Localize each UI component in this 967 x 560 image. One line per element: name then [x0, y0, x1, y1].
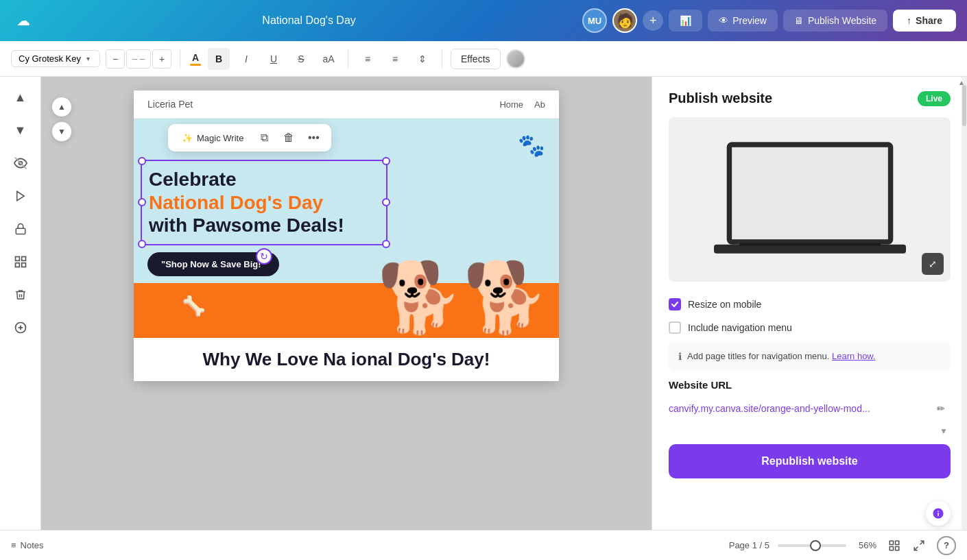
strikethrough-button[interactable]: S — [290, 48, 312, 70]
publish-website-label: Publish Website — [808, 15, 876, 26]
nav-menu-checkbox[interactable] — [669, 321, 681, 334]
font-size-decrease-button[interactable]: − — [106, 49, 125, 69]
page-indicator: Page 1 / 5 — [729, 540, 769, 550]
preview-button[interactable]: 👁 Preview — [708, 10, 778, 32]
handle-tr[interactable] — [382, 157, 390, 165]
bottom-right-action-button[interactable] — [926, 501, 951, 526]
canvas-scroll-down[interactable]: ▼ — [52, 122, 71, 141]
svg-line-18 — [920, 541, 924, 544]
visibility-icon[interactable] — [5, 148, 36, 178]
svg-line-19 — [914, 546, 918, 550]
website-url-label: Website URL — [669, 379, 951, 391]
nav-menu-row: Include navigation menu — [652, 316, 967, 339]
edit-url-button[interactable]: ✏ — [931, 399, 951, 418]
zoom-thumb[interactable] — [810, 540, 821, 551]
line-spacing-button[interactable]: ⇕ — [411, 48, 433, 70]
left-sidebar: ▲ ▼ — [0, 77, 41, 560]
underline-button[interactable]: U — [263, 48, 285, 70]
separator — [180, 49, 180, 69]
svg-rect-14 — [890, 541, 893, 544]
svg-rect-12 — [714, 244, 906, 253]
separator-2 — [348, 49, 348, 69]
text-selection-box[interactable]: Celebrate National Dog's Day with Pawsom… — [141, 160, 387, 245]
effects-label: Effects — [461, 53, 490, 64]
aa-case-button[interactable]: aA — [318, 48, 339, 70]
style-circle-icon[interactable] — [506, 49, 525, 69]
scrollbar-thumb[interactable] — [962, 85, 966, 126]
hero-text-pawsome: with Pawsome Deals! — [149, 214, 379, 237]
handle-br[interactable] — [382, 240, 390, 248]
preview-container: ⤢ — [669, 117, 951, 282]
avatar-initials: MU — [582, 8, 607, 33]
bottom-section-title: Why We Love Na ional Dog's Day! — [134, 338, 559, 381]
italic-button[interactable]: I — [235, 48, 257, 70]
chevron-down-icon: ▾ — [86, 55, 90, 62]
add-frame-icon[interactable] — [5, 247, 36, 277]
animation-icon[interactable] — [5, 181, 36, 211]
learn-how-link[interactable]: Learn how. — [832, 351, 876, 361]
font-size-increase-button[interactable]: + — [152, 49, 171, 69]
magic-write-button[interactable]: ✨ Magic Write — [176, 130, 249, 146]
lock-icon[interactable] — [5, 214, 36, 244]
bone-icon: 🦴 — [182, 295, 206, 317]
design-canvas[interactable]: Liceria Pet Home Ab ✨ Magic Write ⧉ 🗑 ••… — [134, 90, 559, 381]
collapse-up-icon[interactable]: ▲ — [5, 82, 36, 112]
list-button[interactable]: ≡ — [384, 48, 406, 70]
handle-bl[interactable] — [138, 240, 146, 248]
svg-rect-2 — [16, 228, 25, 234]
publish-icon: 🖥 — [794, 15, 804, 26]
avatar-photo: 🧑 — [612, 8, 637, 33]
hero-text-national: National Dog's Day — [149, 191, 379, 215]
canvas-scroll-up[interactable]: ▲ — [52, 97, 71, 117]
laptop-preview — [669, 117, 951, 282]
text-align-button[interactable]: ≡ — [357, 48, 379, 70]
notes-button[interactable]: ≡ Notes — [11, 540, 44, 550]
svg-rect-17 — [896, 546, 899, 550]
publish-website-button[interactable]: 🖥 Publish Website — [783, 10, 887, 32]
canvas-area[interactable]: ▲ ▼ Liceria Pet Home Ab ✨ Magic Write — [41, 77, 652, 560]
chevron-down-icon[interactable]: ▼ — [940, 426, 948, 436]
color-swatch — [190, 64, 201, 66]
grid-view-button[interactable] — [885, 536, 904, 555]
handle-ml[interactable] — [138, 198, 146, 206]
resize-mobile-checkbox[interactable] — [669, 298, 681, 311]
dogs-illustration: 🐕🐕 — [367, 201, 559, 338]
fullscreen-button[interactable] — [909, 536, 929, 555]
share-button[interactable]: ↑ Share — [893, 10, 956, 32]
cloud-icon: ☁ — [11, 8, 36, 33]
handle-mr[interactable] — [382, 198, 390, 206]
expand-preview-button[interactable]: ⤢ — [922, 253, 944, 275]
resize-mobile-row: Resize on mobile — [652, 293, 967, 316]
copy-button[interactable]: ⧉ — [254, 128, 274, 147]
publish-panel-title: Publish website — [669, 90, 772, 106]
zoom-slider[interactable] — [778, 544, 846, 547]
republish-website-button[interactable]: Republish website — [669, 444, 951, 478]
user-area: MU 🧑 + 📊 👁 Preview 🖥 Publish Website ↑ S… — [582, 8, 956, 33]
main-area: ▲ ▼ ▲ ▼ Liceria Pet — [0, 77, 967, 560]
view-icons — [885, 536, 929, 555]
effects-button[interactable]: Effects — [451, 49, 501, 69]
hero-text-celebrate: Celebrate — [149, 168, 379, 191]
help-button[interactable]: ? — [937, 536, 956, 555]
rotate-handle[interactable]: ↻ — [256, 248, 272, 265]
font-size-value: – – — [126, 49, 151, 69]
handle-tl[interactable] — [138, 157, 146, 165]
floating-toolbar: ✨ Magic Write ⧉ 🗑 ••• — [168, 124, 331, 151]
svg-rect-13 — [739, 243, 880, 245]
trash-icon[interactable] — [5, 280, 36, 310]
nav-about: Ab — [534, 99, 545, 110]
panel-scrollbar[interactable]: ▲ ▼ — [962, 77, 967, 560]
collapse-down-icon[interactable]: ▼ — [5, 115, 36, 145]
nav-menu-info: ℹ Add page titles for navigation menu. L… — [669, 342, 951, 371]
add-new-icon[interactable] — [5, 313, 36, 343]
delete-button[interactable]: 🗑 — [279, 128, 298, 147]
nav-home: Home — [499, 99, 523, 110]
more-options-button[interactable]: ••• — [304, 128, 323, 147]
text-color-button[interactable]: A — [189, 51, 202, 67]
notes-icon: ≡ — [11, 540, 16, 550]
font-family-selector[interactable]: Cy Grotesk Key ▾ — [11, 50, 100, 67]
analytics-button[interactable]: 📊 — [669, 10, 702, 32]
add-collaborator-button[interactable]: + — [643, 10, 663, 31]
hero-section[interactable]: ✨ Magic Write ⧉ 🗑 ••• 🐾 — [134, 119, 559, 338]
bold-button[interactable]: B — [208, 48, 230, 70]
